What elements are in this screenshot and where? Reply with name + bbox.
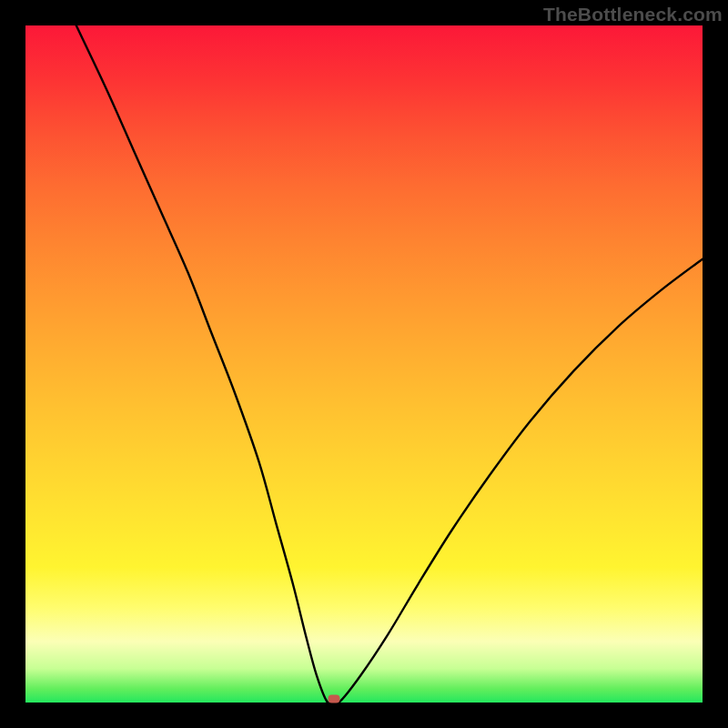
plot-area — [25, 25, 703, 703]
dip-marker — [328, 694, 339, 703]
gradient-background — [25, 25, 703, 703]
watermark-text: TheBottleneck.com — [543, 4, 723, 25]
